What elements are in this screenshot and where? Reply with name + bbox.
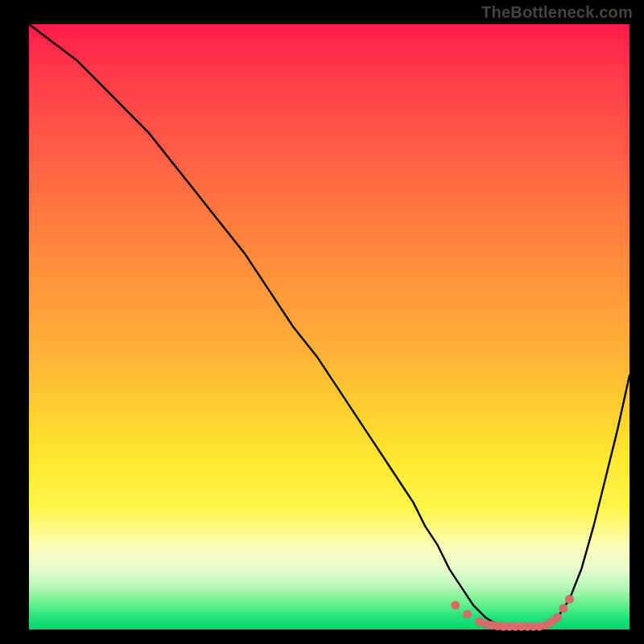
optimal-marker (463, 610, 472, 619)
chart-overlay (0, 0, 644, 644)
optimal-marker (451, 601, 460, 609)
optimal-marker (553, 613, 562, 622)
attribution-text: TheBottleneck.com (481, 3, 633, 22)
optimal-marker (565, 595, 574, 604)
optimal-marker (559, 604, 568, 613)
chart-stage: TheBottleneck.com (0, 0, 644, 644)
bottleneck-curve (29, 24, 630, 626)
